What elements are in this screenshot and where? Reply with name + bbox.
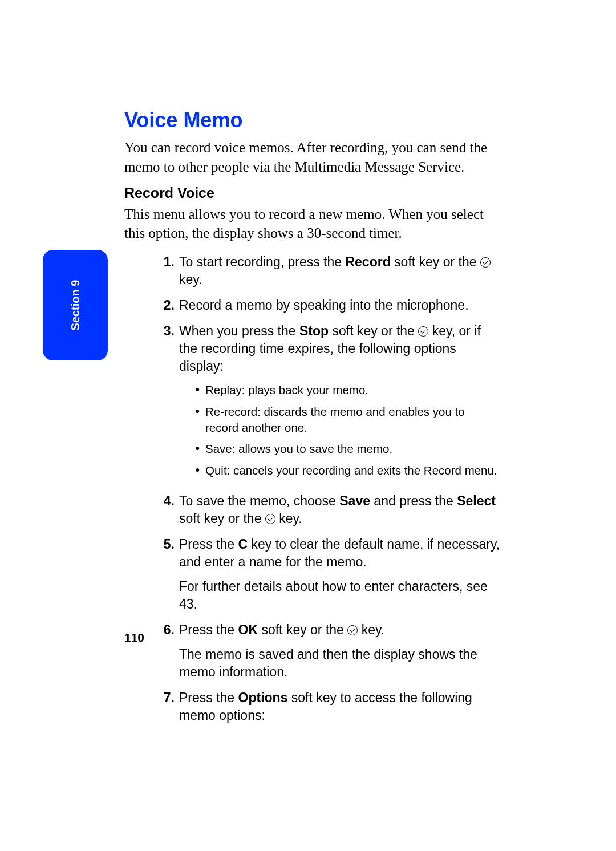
section-tab-label: Section 9 [69, 280, 82, 331]
bold-text: Options [238, 690, 288, 705]
step-2: 2. Record a memo by speaking into the mi… [159, 297, 501, 314]
bullet-icon: ● [195, 404, 205, 435]
text: Press the [179, 622, 238, 637]
text: Record a memo by speaking into the micro… [179, 298, 469, 313]
bullet-quit: ● Quit: cancels your recording and exits… [195, 463, 501, 479]
page-number: 110 [124, 631, 144, 645]
bullet-icon: ● [195, 463, 205, 479]
text: The memo is saved and then the display s… [179, 647, 477, 679]
step-number: 5. [159, 536, 175, 613]
bullet-text: Save: allows you to save the memo. [205, 441, 501, 457]
text: soft key or the [179, 511, 265, 526]
bold-text: Save [339, 493, 370, 508]
step-number: 1. [159, 253, 175, 289]
step-body: To save the memo, choose Save and press … [179, 492, 501, 528]
bullet-text: Replay: plays back your memo. [205, 382, 501, 398]
ok-key-icon [347, 625, 358, 635]
bullet-save: ● Save: allows you to save the memo. [195, 441, 501, 457]
step-1: 1. To start recording, press the Record … [159, 253, 501, 289]
step-body: Press the C key to clear the default nam… [179, 536, 501, 613]
text: Press the [179, 690, 238, 705]
text: key. [275, 511, 302, 526]
record-voice-desc: This menu allows you to record a new mem… [124, 205, 501, 244]
bold-text: OK [238, 622, 258, 637]
page: Section 9 Voice Memo You can record voic… [0, 0, 616, 851]
step-7: 7. Press the Options soft key to access … [159, 689, 501, 724]
ok-key-icon [265, 514, 275, 524]
step-6: 6. Press the OK soft key or the key. The… [159, 621, 501, 681]
step-number: 6. [159, 621, 175, 681]
steps-list: 1. To start recording, press the Record … [159, 253, 501, 724]
section-tab: Section 9 [43, 250, 108, 360]
bullet-rerecord: ● Re-record: discards the memo and enabl… [195, 404, 501, 435]
intro-paragraph: You can record voice memos. After record… [124, 138, 501, 177]
step-number: 7. [159, 689, 175, 724]
heading-voice-memo: Voice Memo [124, 108, 501, 132]
step-body: Press the Options soft key to access the… [179, 689, 501, 724]
text: soft key or the [329, 323, 418, 338]
bullet-icon: ● [195, 382, 205, 398]
text: To start recording, press the [179, 254, 345, 269]
bold-text: Record [345, 254, 390, 269]
text: To save the memo, choose [179, 493, 339, 508]
heading-record-voice: Record Voice [124, 185, 501, 201]
step-4: 4. To save the memo, choose Save and pre… [159, 492, 501, 528]
text: When you press the [179, 323, 299, 338]
step-3: 3. When you press the Stop soft key or t… [159, 322, 501, 484]
content-area: Voice Memo You can record voice memos. A… [124, 108, 501, 732]
bullet-text: Re-record: discards the memo and enables… [205, 404, 501, 435]
step-5: 5. Press the C key to clear the default … [159, 536, 501, 613]
bold-text: C [238, 537, 248, 552]
step-3-sublist: ● Replay: plays back your memo. ● Re-rec… [195, 382, 501, 478]
bullet-replay: ● Replay: plays back your memo. [195, 382, 501, 398]
step-body: Press the OK soft key or the key. The me… [179, 621, 501, 681]
step-body: When you press the Stop soft key or the … [179, 322, 501, 484]
bold-text: Stop [299, 323, 329, 338]
ok-key-icon [418, 326, 428, 337]
bullet-icon: ● [195, 441, 205, 457]
text: For further details about how to enter c… [179, 579, 488, 611]
bold-text: Select [457, 493, 496, 508]
text: Press the [179, 537, 238, 552]
step-number: 2. [159, 297, 175, 314]
bullet-text: Quit: cancels your recording and exits t… [205, 463, 501, 479]
text: soft key or the [258, 622, 347, 637]
text: key. [179, 272, 202, 287]
ok-key-icon [480, 257, 491, 268]
step-number: 3. [159, 322, 175, 484]
step-body: To start recording, press the Record sof… [179, 253, 501, 289]
step-number: 4. [159, 492, 175, 528]
step-body: Record a memo by speaking into the micro… [179, 297, 501, 314]
text: key. [358, 622, 384, 637]
text: soft key or the [391, 254, 480, 269]
text: and press the [370, 493, 457, 508]
